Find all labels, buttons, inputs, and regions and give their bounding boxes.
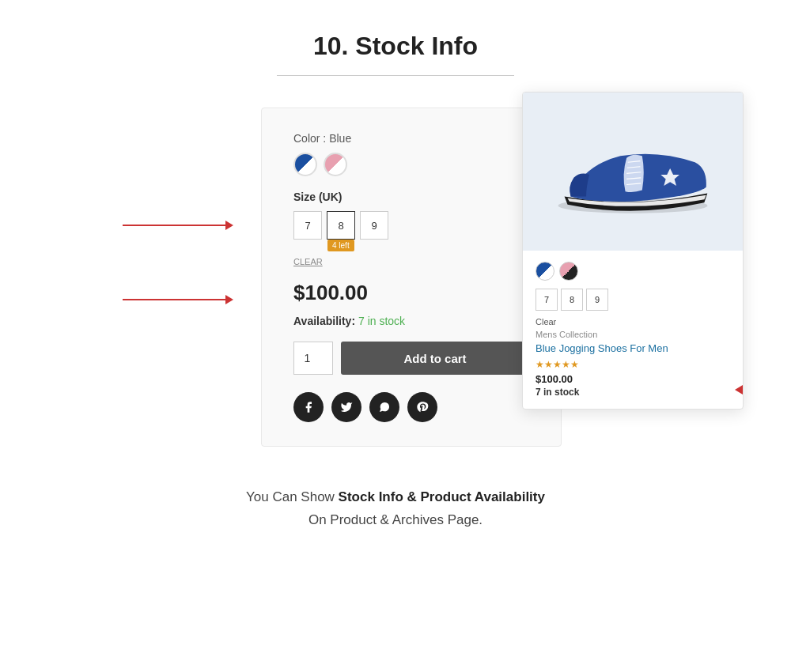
size-arrow bbox=[123, 221, 233, 230]
size-badge: 4 left bbox=[327, 240, 354, 251]
availability-arrow-line bbox=[123, 299, 225, 300]
card-stock: 7 in stock bbox=[536, 387, 730, 398]
card-clear: Clear bbox=[536, 317, 730, 327]
section-divider bbox=[277, 75, 514, 76]
size-7[interactable]: 7 bbox=[293, 211, 322, 240]
availability-arrow bbox=[123, 295, 233, 304]
size-arrow-line bbox=[123, 225, 225, 226]
facebook-share-button[interactable] bbox=[293, 392, 324, 422]
swatch-blue[interactable] bbox=[293, 153, 317, 176]
card-price: $100.00 bbox=[536, 373, 730, 385]
add-to-cart-row: Add to cart bbox=[293, 342, 529, 375]
color-label: Color : Blue bbox=[293, 132, 529, 145]
card-sizes: 7 8 9 bbox=[536, 289, 730, 311]
card-product-name: Blue Jogging Shoes For Men bbox=[536, 342, 730, 354]
card-stock-arrow bbox=[735, 385, 744, 395]
availability-arrow-head bbox=[225, 295, 233, 304]
add-to-cart-button[interactable]: Add to cart bbox=[341, 342, 529, 375]
swatch-pink[interactable] bbox=[324, 153, 347, 176]
color-swatches bbox=[293, 153, 529, 176]
footer-text: You Can Show Stock Info & Product Availa… bbox=[246, 486, 545, 532]
price: $100.00 bbox=[293, 281, 529, 305]
product-card-image bbox=[523, 92, 743, 251]
card-arrow-head bbox=[735, 385, 743, 395]
product-section: Color : Blue Size (UK) 7 8 4 left 9 CLEA… bbox=[261, 108, 562, 447]
whatsapp-share-button[interactable] bbox=[369, 392, 399, 422]
card-collection: Mens Collection bbox=[536, 330, 730, 339]
clear-link[interactable]: CLEAR bbox=[293, 257, 529, 266]
card-size-8[interactable]: 8 bbox=[561, 289, 583, 311]
card-stars: ★★★★★ bbox=[536, 359, 730, 370]
availability: Availability: 7 in stock bbox=[293, 315, 529, 327]
product-card-body: 7 8 9 Clear Mens Collection Blue Jogging… bbox=[523, 251, 743, 409]
pinterest-share-button[interactable] bbox=[407, 392, 437, 422]
size-arrow-head bbox=[225, 221, 233, 230]
shoe-illustration bbox=[546, 108, 720, 235]
size-options: 7 8 4 left 9 bbox=[293, 211, 529, 240]
page-title: 10. Stock Info bbox=[313, 32, 478, 61]
product-card-popup: 7 8 9 Clear Mens Collection Blue Jogging… bbox=[522, 92, 744, 410]
quantity-input[interactable] bbox=[293, 342, 333, 375]
main-content: Color : Blue Size (UK) 7 8 4 left 9 CLEA… bbox=[0, 108, 791, 447]
card-swatch-blue[interactable] bbox=[536, 262, 554, 281]
size-label: Size (UK) bbox=[293, 191, 529, 203]
twitter-share-button[interactable] bbox=[331, 392, 361, 422]
size-8[interactable]: 8 4 left bbox=[327, 211, 355, 240]
card-arrow-line bbox=[743, 389, 744, 391]
card-swatch-pink[interactable] bbox=[559, 262, 578, 281]
card-swatches bbox=[536, 262, 730, 281]
card-size-9[interactable]: 9 bbox=[586, 289, 608, 311]
size-9[interactable]: 9 bbox=[360, 211, 388, 240]
social-icons bbox=[293, 392, 529, 422]
card-size-7[interactable]: 7 bbox=[536, 289, 558, 311]
